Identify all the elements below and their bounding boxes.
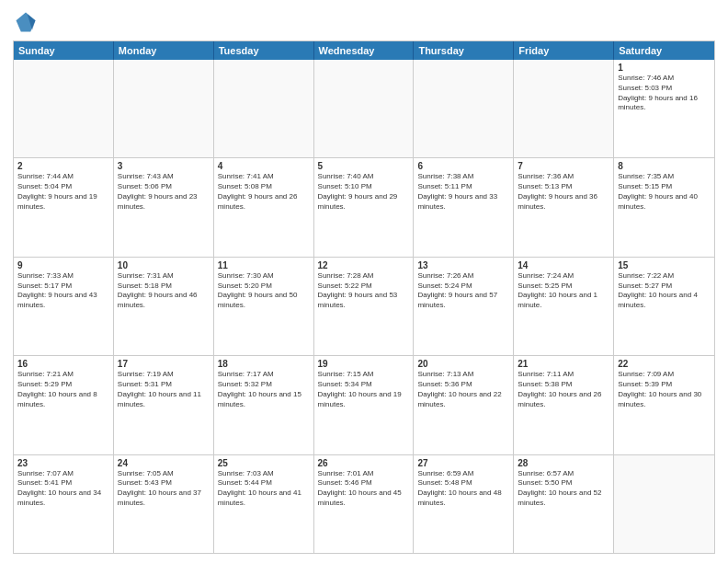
day-number: 10 xyxy=(118,260,210,270)
day-number: 5 xyxy=(318,161,410,171)
calendar-cell-0-1 xyxy=(114,60,214,157)
day-info: Sunrise: 7:07 AM Sunset: 5:41 PM Dayligh… xyxy=(17,469,109,509)
calendar-cell-0-4 xyxy=(414,60,514,157)
calendar-row-0: 1Sunrise: 7:46 AM Sunset: 5:03 PM Daylig… xyxy=(14,60,714,157)
calendar-cell-2-0: 9Sunrise: 7:33 AM Sunset: 5:17 PM Daylig… xyxy=(14,258,114,355)
calendar-cell-0-2 xyxy=(214,60,314,157)
day-info: Sunrise: 7:09 AM Sunset: 5:39 PM Dayligh… xyxy=(618,370,711,409)
calendar-cell-0-0 xyxy=(14,60,114,157)
day-number: 6 xyxy=(417,161,509,171)
calendar-cell-1-5: 7Sunrise: 7:36 AM Sunset: 5:13 PM Daylig… xyxy=(514,158,614,256)
day-info: Sunrise: 6:59 AM Sunset: 5:48 PM Dayligh… xyxy=(417,469,509,509)
day-info: Sunrise: 7:01 AM Sunset: 5:46 PM Dayligh… xyxy=(318,469,410,509)
day-info: Sunrise: 7:31 AM Sunset: 5:18 PM Dayligh… xyxy=(118,271,210,311)
calendar-row-3: 16Sunrise: 7:21 AM Sunset: 5:29 PM Dayli… xyxy=(14,355,714,454)
day-number: 21 xyxy=(518,359,609,369)
calendar-cell-1-3: 5Sunrise: 7:40 AM Sunset: 5:10 PM Daylig… xyxy=(314,158,415,256)
day-number: 22 xyxy=(618,359,711,369)
calendar-cell-1-2: 4Sunrise: 7:41 AM Sunset: 5:08 PM Daylig… xyxy=(214,158,314,256)
day-number: 3 xyxy=(118,161,210,171)
day-info: Sunrise: 7:33 AM Sunset: 5:17 PM Dayligh… xyxy=(17,271,109,311)
day-number: 26 xyxy=(318,458,410,468)
day-info: Sunrise: 7:35 AM Sunset: 5:15 PM Dayligh… xyxy=(618,172,711,212)
calendar-cell-2-4: 13Sunrise: 7:26 AM Sunset: 5:24 PM Dayli… xyxy=(414,258,514,355)
day-number: 20 xyxy=(417,359,509,369)
day-info: Sunrise: 7:28 AM Sunset: 5:22 PM Dayligh… xyxy=(318,271,410,311)
calendar-row-4: 23Sunrise: 7:07 AM Sunset: 5:41 PM Dayli… xyxy=(14,454,714,553)
day-number: 1 xyxy=(618,63,711,73)
day-number: 16 xyxy=(17,359,109,369)
day-number: 17 xyxy=(118,359,210,369)
day-number: 28 xyxy=(518,458,609,468)
calendar-cell-3-3: 19Sunrise: 7:15 AM Sunset: 5:34 PM Dayli… xyxy=(314,356,415,454)
calendar-cell-2-2: 11Sunrise: 7:30 AM Sunset: 5:20 PM Dayli… xyxy=(214,258,314,355)
day-info: Sunrise: 7:22 AM Sunset: 5:27 PM Dayligh… xyxy=(618,271,711,311)
calendar-cell-4-3: 26Sunrise: 7:01 AM Sunset: 5:46 PM Dayli… xyxy=(314,455,415,553)
day-number: 24 xyxy=(118,458,210,468)
header-day-monday: Monday xyxy=(114,41,214,60)
page: SundayMondayTuesdayWednesdayThursdayFrid… xyxy=(0,0,728,563)
calendar-cell-4-2: 25Sunrise: 7:03 AM Sunset: 5:44 PM Dayli… xyxy=(214,455,314,553)
calendar-cell-1-1: 3Sunrise: 7:43 AM Sunset: 5:06 PM Daylig… xyxy=(114,158,214,256)
calendar-cell-0-5 xyxy=(514,60,614,157)
day-info: Sunrise: 7:24 AM Sunset: 5:25 PM Dayligh… xyxy=(518,271,609,311)
calendar-cell-3-1: 17Sunrise: 7:19 AM Sunset: 5:31 PM Dayli… xyxy=(114,356,214,454)
day-info: Sunrise: 7:19 AM Sunset: 5:31 PM Dayligh… xyxy=(118,370,210,409)
calendar-cell-4-6 xyxy=(614,455,714,553)
day-info: Sunrise: 7:03 AM Sunset: 5:44 PM Dayligh… xyxy=(218,469,310,509)
day-number: 7 xyxy=(518,161,609,171)
calendar-cell-4-4: 27Sunrise: 6:59 AM Sunset: 5:48 PM Dayli… xyxy=(414,455,514,553)
header-day-friday: Friday xyxy=(514,41,614,60)
day-number: 25 xyxy=(218,458,310,468)
calendar-cell-4-0: 23Sunrise: 7:07 AM Sunset: 5:41 PM Dayli… xyxy=(14,455,114,553)
day-info: Sunrise: 7:46 AM Sunset: 5:03 PM Dayligh… xyxy=(618,74,711,113)
calendar-cell-0-3 xyxy=(314,60,415,157)
day-info: Sunrise: 7:17 AM Sunset: 5:32 PM Dayligh… xyxy=(218,370,310,409)
calendar-cell-1-6: 8Sunrise: 7:35 AM Sunset: 5:15 PM Daylig… xyxy=(614,158,714,256)
day-number: 23 xyxy=(17,458,109,468)
day-info: Sunrise: 7:11 AM Sunset: 5:38 PM Dayligh… xyxy=(518,370,609,409)
header-day-saturday: Saturday xyxy=(614,41,714,60)
calendar-header: SundayMondayTuesdayWednesdayThursdayFrid… xyxy=(14,41,714,60)
header-day-thursday: Thursday xyxy=(414,41,514,60)
calendar-row-2: 9Sunrise: 7:33 AM Sunset: 5:17 PM Daylig… xyxy=(14,257,714,355)
day-info: Sunrise: 7:13 AM Sunset: 5:36 PM Dayligh… xyxy=(417,370,509,409)
day-info: Sunrise: 7:15 AM Sunset: 5:34 PM Dayligh… xyxy=(318,370,410,409)
day-info: Sunrise: 7:05 AM Sunset: 5:43 PM Dayligh… xyxy=(118,469,210,509)
calendar-body: 1Sunrise: 7:46 AM Sunset: 5:03 PM Daylig… xyxy=(14,60,714,553)
calendar-cell-3-2: 18Sunrise: 7:17 AM Sunset: 5:32 PM Dayli… xyxy=(214,356,314,454)
calendar-cell-0-6: 1Sunrise: 7:46 AM Sunset: 5:03 PM Daylig… xyxy=(614,60,714,157)
calendar-cell-4-1: 24Sunrise: 7:05 AM Sunset: 5:43 PM Dayli… xyxy=(114,455,214,553)
header-day-sunday: Sunday xyxy=(14,41,114,60)
calendar-cell-3-4: 20Sunrise: 7:13 AM Sunset: 5:36 PM Dayli… xyxy=(414,356,514,454)
calendar-cell-3-6: 22Sunrise: 7:09 AM Sunset: 5:39 PM Dayli… xyxy=(614,356,714,454)
logo xyxy=(13,9,42,35)
calendar-cell-3-5: 21Sunrise: 7:11 AM Sunset: 5:38 PM Dayli… xyxy=(514,356,614,454)
day-info: Sunrise: 7:41 AM Sunset: 5:08 PM Dayligh… xyxy=(218,172,310,212)
day-number: 11 xyxy=(218,260,310,270)
day-number: 14 xyxy=(518,260,609,270)
day-info: Sunrise: 7:43 AM Sunset: 5:06 PM Dayligh… xyxy=(118,172,210,212)
calendar-cell-1-0: 2Sunrise: 7:44 AM Sunset: 5:04 PM Daylig… xyxy=(14,158,114,256)
day-number: 15 xyxy=(618,260,711,270)
header-day-tuesday: Tuesday xyxy=(214,41,314,60)
calendar-cell-2-3: 12Sunrise: 7:28 AM Sunset: 5:22 PM Dayli… xyxy=(314,258,415,355)
logo-icon xyxy=(13,9,39,35)
day-number: 2 xyxy=(17,161,109,171)
day-number: 8 xyxy=(618,161,711,171)
day-number: 12 xyxy=(318,260,410,270)
day-info: Sunrise: 6:57 AM Sunset: 5:50 PM Dayligh… xyxy=(518,469,609,509)
day-number: 18 xyxy=(218,359,310,369)
day-info: Sunrise: 7:40 AM Sunset: 5:10 PM Dayligh… xyxy=(318,172,410,212)
calendar-cell-2-5: 14Sunrise: 7:24 AM Sunset: 5:25 PM Dayli… xyxy=(514,258,614,355)
day-number: 13 xyxy=(417,260,509,270)
header-day-wednesday: Wednesday xyxy=(314,41,415,60)
day-info: Sunrise: 7:21 AM Sunset: 5:29 PM Dayligh… xyxy=(17,370,109,409)
day-number: 19 xyxy=(318,359,410,369)
calendar-cell-2-6: 15Sunrise: 7:22 AM Sunset: 5:27 PM Dayli… xyxy=(614,258,714,355)
day-number: 9 xyxy=(17,260,109,270)
header xyxy=(13,9,715,35)
day-info: Sunrise: 7:26 AM Sunset: 5:24 PM Dayligh… xyxy=(417,271,509,311)
calendar-cell-1-4: 6Sunrise: 7:38 AM Sunset: 5:11 PM Daylig… xyxy=(414,158,514,256)
calendar-cell-4-5: 28Sunrise: 6:57 AM Sunset: 5:50 PM Dayli… xyxy=(514,455,614,553)
